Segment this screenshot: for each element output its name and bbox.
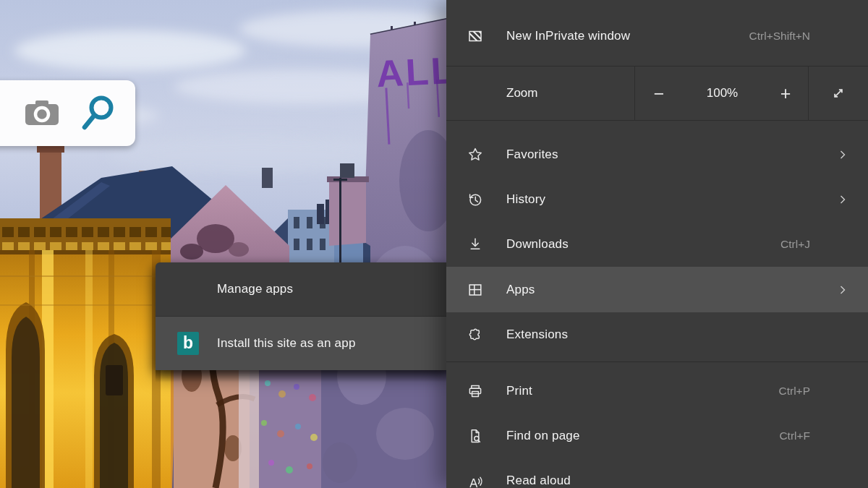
- menu-item-label: Apps: [506, 283, 535, 297]
- menu-item-label: History: [506, 192, 545, 207]
- zoom-level-value: 100%: [707, 86, 738, 100]
- star-icon: [467, 146, 484, 163]
- camera-search-button[interactable]: [24, 98, 60, 129]
- fullscreen-button[interactable]: [829, 84, 848, 103]
- menu-item-label: New InPrivate window: [506, 29, 630, 43]
- history-icon: [467, 191, 484, 208]
- search-button[interactable]: [79, 94, 118, 133]
- submenu-item-install-site-as-app[interactable]: b Install this site as an app: [156, 317, 451, 370]
- menu-item-label: Extensions: [506, 328, 568, 342]
- menu-item-label: Read aloud: [506, 474, 571, 488]
- bing-icon: b: [177, 332, 199, 355]
- menu-item-favorites[interactable]: Favorites: [446, 132, 868, 177]
- chevron-right-icon: [837, 194, 848, 205]
- menu-item-extensions[interactable]: Extensions: [446, 312, 868, 357]
- apps-icon: [467, 281, 484, 299]
- apps-submenu: Manage apps b Install this site as an ap…: [156, 262, 451, 370]
- menu-item-print[interactable]: Print Ctrl+P: [446, 369, 868, 414]
- edge-settings-menu: New InPrivate window Ctrl+Shift+N Zoom −…: [446, 0, 868, 488]
- bing-search-pill: [0, 80, 135, 146]
- menu-item-zoom: Zoom − 100% +: [446, 67, 868, 120]
- shortcut-hint: Ctrl+F: [779, 429, 810, 442]
- submenu-item-label: Manage apps: [217, 282, 293, 296]
- camera-icon: [24, 98, 60, 129]
- menu-item-read-aloud[interactable]: Read aloud: [446, 458, 868, 488]
- puzzle-icon: [467, 326, 484, 343]
- menu-item-downloads[interactable]: Downloads Ctrl+J: [446, 222, 868, 267]
- shortcut-hint: Ctrl+J: [780, 238, 810, 251]
- read-aloud-icon: [467, 472, 484, 488]
- menu-item-find-on-page[interactable]: Find on page Ctrl+F: [446, 414, 868, 458]
- graffiti-text: ALL: [375, 49, 457, 95]
- separator: [446, 361, 868, 362]
- spacer: [446, 121, 868, 132]
- inprivate-icon: [467, 27, 484, 45]
- shortcut-hint: Ctrl+P: [779, 385, 811, 398]
- printer-icon: [467, 382, 484, 400]
- menu-item-label: Print: [506, 384, 532, 398]
- menu-item-apps[interactable]: Apps: [446, 267, 868, 312]
- submenu-item-label: Install this site as an app: [217, 336, 356, 351]
- fullscreen-icon: [829, 84, 848, 103]
- search-icon: [79, 94, 118, 133]
- menu-item-label: Downloads: [506, 237, 569, 252]
- zoom-out-button[interactable]: −: [648, 79, 670, 108]
- menu-item-label: Find on page: [506, 429, 580, 443]
- submenu-item-manage-apps[interactable]: Manage apps: [156, 262, 451, 316]
- download-icon: [467, 236, 484, 253]
- find-on-page-icon: [467, 427, 484, 445]
- shortcut-hint: Ctrl+Shift+N: [749, 30, 810, 43]
- zoom-label: Zoom: [506, 86, 537, 100]
- chevron-right-icon: [837, 149, 848, 160]
- menu-item-new-inprivate-window[interactable]: New InPrivate window Ctrl+Shift+N: [446, 0, 868, 66]
- menu-item-label: Favorites: [506, 147, 558, 162]
- screenshot: ALL: [0, 0, 868, 488]
- zoom-in-button[interactable]: +: [775, 79, 796, 108]
- chevron-right-icon: [837, 284, 848, 296]
- menu-item-history[interactable]: History: [446, 177, 868, 222]
